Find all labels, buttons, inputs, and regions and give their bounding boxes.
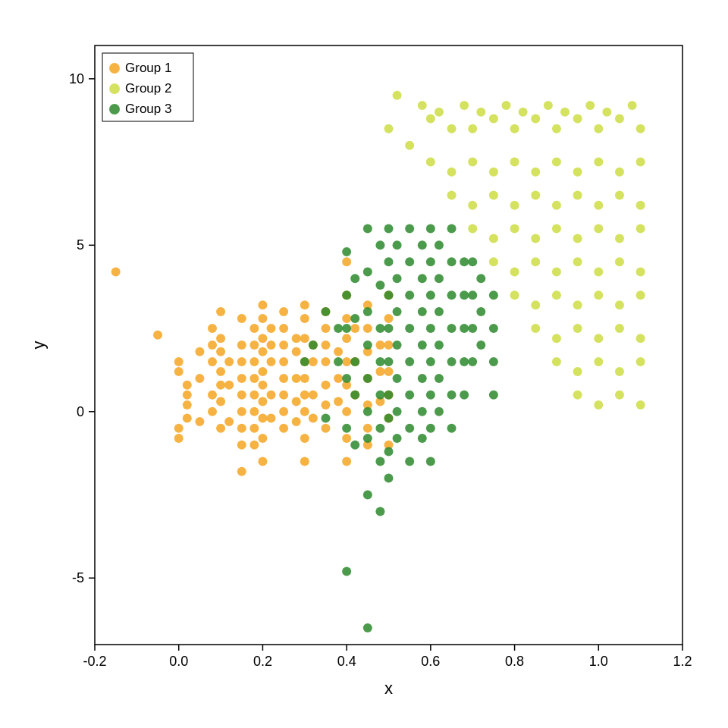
svg-text:1.2: 1.2 <box>673 654 692 669</box>
svg-point-87 <box>279 307 288 316</box>
svg-point-276 <box>384 391 394 400</box>
svg-point-271 <box>384 224 394 233</box>
svg-point-233 <box>573 391 582 400</box>
svg-point-160 <box>468 124 477 133</box>
svg-point-111 <box>309 391 318 400</box>
svg-point-309 <box>426 457 435 466</box>
svg-point-181 <box>510 158 519 167</box>
svg-point-224 <box>573 324 582 333</box>
svg-point-41 <box>208 340 217 350</box>
svg-point-342 <box>109 83 120 94</box>
svg-text:Group 3: Group 3 <box>125 102 171 116</box>
svg-point-238 <box>309 340 318 350</box>
svg-point-243 <box>342 247 351 256</box>
svg-point-45 <box>216 307 225 316</box>
svg-point-208 <box>510 267 519 276</box>
svg-point-75 <box>258 347 267 356</box>
svg-point-229 <box>573 367 582 376</box>
svg-point-222 <box>531 324 540 333</box>
svg-point-264 <box>375 281 384 290</box>
svg-point-66 <box>249 357 259 366</box>
svg-point-170 <box>573 115 582 124</box>
svg-text:-5: -5 <box>72 570 84 585</box>
svg-point-125 <box>342 314 351 323</box>
svg-point-189 <box>468 201 477 210</box>
svg-point-191 <box>510 201 519 210</box>
svg-text:-0.2: -0.2 <box>83 654 106 669</box>
svg-point-148 <box>384 367 394 376</box>
svg-point-187 <box>636 158 645 167</box>
svg-point-266 <box>375 357 384 366</box>
svg-point-175 <box>628 101 637 110</box>
svg-point-337 <box>489 357 498 366</box>
svg-point-94 <box>279 424 288 433</box>
svg-point-259 <box>363 407 372 416</box>
svg-point-188 <box>447 191 457 200</box>
svg-point-162 <box>489 115 498 124</box>
svg-point-344 <box>109 104 120 115</box>
svg-point-155 <box>418 101 427 110</box>
svg-point-118 <box>321 400 330 410</box>
svg-text:Group 2: Group 2 <box>125 81 171 96</box>
svg-point-176 <box>636 124 645 133</box>
svg-point-301 <box>418 434 427 443</box>
svg-point-318 <box>447 290 457 300</box>
svg-point-190 <box>489 191 498 200</box>
svg-point-220 <box>615 300 624 309</box>
svg-point-28 <box>153 331 162 340</box>
svg-point-270 <box>375 507 384 516</box>
svg-point-304 <box>426 290 435 300</box>
svg-point-289 <box>405 290 414 300</box>
svg-point-79 <box>258 414 267 423</box>
svg-point-281 <box>393 274 402 283</box>
svg-text:0.6: 0.6 <box>421 654 440 669</box>
svg-point-153 <box>393 91 402 100</box>
svg-point-329 <box>468 290 477 300</box>
svg-point-114 <box>321 324 330 333</box>
svg-text:0.2: 0.2 <box>253 654 272 669</box>
svg-point-228 <box>552 357 561 366</box>
svg-point-143 <box>375 367 384 376</box>
svg-point-257 <box>363 340 372 350</box>
svg-point-173 <box>602 108 611 117</box>
svg-point-312 <box>435 307 444 316</box>
svg-point-324 <box>460 290 469 300</box>
svg-point-93 <box>279 407 288 416</box>
svg-point-147 <box>384 340 394 350</box>
svg-point-293 <box>405 424 414 433</box>
svg-point-287 <box>405 224 414 233</box>
svg-point-315 <box>435 407 444 416</box>
svg-point-322 <box>447 424 457 433</box>
svg-point-234 <box>594 400 603 410</box>
svg-point-69 <box>249 407 259 416</box>
svg-point-193 <box>552 201 561 210</box>
svg-point-262 <box>363 623 372 632</box>
svg-point-248 <box>342 566 351 576</box>
svg-point-280 <box>393 240 402 249</box>
svg-point-235 <box>615 391 624 400</box>
svg-point-205 <box>615 234 624 243</box>
svg-point-328 <box>468 257 477 266</box>
svg-point-196 <box>615 191 624 200</box>
svg-point-27 <box>111 267 121 276</box>
svg-point-183 <box>552 158 561 167</box>
svg-point-319 <box>447 324 457 333</box>
svg-point-123 <box>342 257 351 266</box>
svg-point-237 <box>300 357 309 366</box>
svg-point-279 <box>384 474 394 483</box>
svg-point-247 <box>342 424 351 433</box>
svg-point-83 <box>267 340 276 350</box>
svg-point-253 <box>350 441 359 450</box>
svg-point-295 <box>418 240 427 249</box>
svg-point-157 <box>435 108 444 117</box>
svg-point-101 <box>300 314 309 323</box>
svg-point-292 <box>405 391 414 400</box>
svg-point-204 <box>594 224 603 233</box>
svg-point-250 <box>350 314 359 323</box>
svg-point-158 <box>447 124 457 133</box>
svg-point-161 <box>476 108 485 117</box>
svg-point-335 <box>489 290 498 300</box>
svg-point-213 <box>615 257 624 266</box>
svg-point-256 <box>363 307 372 316</box>
svg-point-121 <box>334 374 343 383</box>
